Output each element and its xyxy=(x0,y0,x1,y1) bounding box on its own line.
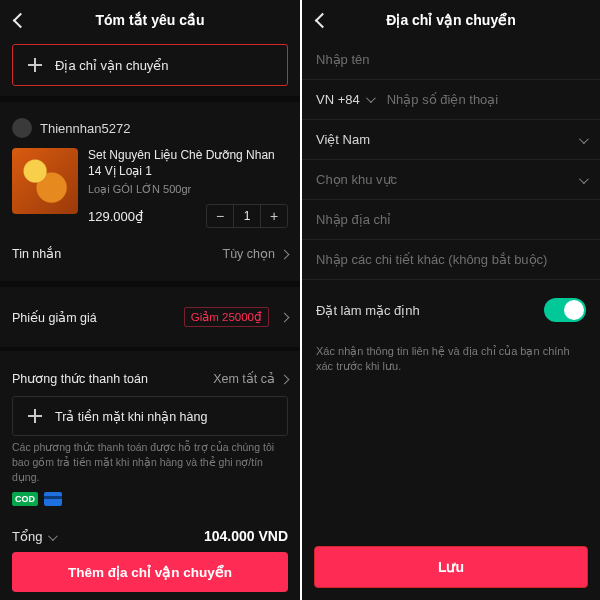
name-field[interactable]: Nhập tên xyxy=(302,40,600,80)
address-field[interactable]: Nhập địa chỉ xyxy=(302,200,600,240)
product-image[interactable] xyxy=(12,148,78,214)
seller-row[interactable]: Thiennhan5272 xyxy=(0,112,300,140)
cod-label: Trả tiền mặt khi nhận hàng xyxy=(55,409,207,424)
voucher-badge: Giảm 25000₫ xyxy=(184,307,269,327)
total-amount: 104.000 VND xyxy=(204,528,288,544)
avatar xyxy=(12,118,32,138)
default-label: Đặt làm mặc định xyxy=(316,303,420,318)
seller-name: Thiennhan5272 xyxy=(40,121,130,136)
detail-field[interactable]: Nhập các chi tiết khác (không bắt buộc) xyxy=(302,240,600,280)
region-field[interactable]: Chọn khu vực xyxy=(302,160,600,200)
detail-placeholder: Nhập các chi tiết khác (không bắt buộc) xyxy=(316,252,547,267)
country-code-picker[interactable]: VN +84 xyxy=(316,92,373,107)
country-field[interactable]: Việt Nam xyxy=(302,120,600,160)
default-toggle-row: Đặt làm mặc định xyxy=(302,280,600,334)
voucher-label: Phiếu giảm giá xyxy=(12,310,97,325)
payment-note: Các phương thức thanh toán được hỗ trợ c… xyxy=(0,436,300,492)
voucher-row[interactable]: Phiếu giảm giá Giảm 25000₫ xyxy=(0,297,300,337)
product-variant: Loại GÓI LỚN 500gr xyxy=(88,183,288,196)
add-address-label: Địa chỉ vận chuyển xyxy=(55,58,169,73)
product-row: Set Nguyên Liệu Chè Dưỡng Nhan 14 Vị Loạ… xyxy=(0,140,300,236)
header: Địa chỉ vận chuyển xyxy=(302,0,600,40)
payment-action: Xem tất cả xyxy=(213,371,288,386)
chevron-down-icon xyxy=(573,172,586,187)
save-button[interactable]: Lưu xyxy=(314,546,588,588)
footer: Tổng 104.000 VND Thêm địa chỉ vận chuyển xyxy=(0,520,300,600)
address-placeholder: Nhập địa chỉ xyxy=(316,212,391,227)
region-placeholder: Chọn khu vực xyxy=(316,172,397,187)
back-icon[interactable] xyxy=(310,8,334,32)
payment-header-row[interactable]: Phương thức thanh toán Xem tất cả xyxy=(0,361,300,396)
country-value: Việt Nam xyxy=(316,132,370,147)
total-label[interactable]: Tổng xyxy=(12,529,55,544)
page-title: Địa chỉ vận chuyển xyxy=(386,12,515,28)
quantity-stepper: − 1 + xyxy=(206,204,288,228)
message-row[interactable]: Tin nhắn Tùy chọn xyxy=(0,236,300,271)
product-name: Set Nguyên Liệu Chè Dưỡng Nhan 14 Vị Loạ… xyxy=(88,148,288,179)
plus-icon xyxy=(27,408,43,424)
screen-shipping-address: Địa chỉ vận chuyển Nhập tên VN +84 Nhập … xyxy=(300,0,600,600)
back-icon[interactable] xyxy=(8,8,32,32)
qty-value: 1 xyxy=(233,205,261,227)
payment-label: Phương thức thanh toán xyxy=(12,371,148,386)
message-action: Tùy chọn xyxy=(223,246,288,261)
header: Tóm tắt yêu cầu xyxy=(0,0,300,40)
name-placeholder: Nhập tên xyxy=(316,52,370,67)
plus-icon xyxy=(27,57,43,73)
qty-plus-button[interactable]: + xyxy=(261,205,287,227)
confirm-note: Xác nhận thông tin liên hệ và địa chỉ củ… xyxy=(302,334,600,385)
cod-badge-icon: COD xyxy=(12,492,38,506)
phone-placeholder: Nhập số điện thoại xyxy=(387,92,499,107)
message-label: Tin nhắn xyxy=(12,246,61,261)
chevron-right-icon xyxy=(275,310,288,324)
footer: Lưu xyxy=(302,536,600,600)
cod-option[interactable]: Trả tiền mặt khi nhận hàng xyxy=(12,396,288,436)
page-title: Tóm tắt yêu cầu xyxy=(95,12,204,28)
add-address-button[interactable]: Thêm địa chỉ vận chuyển xyxy=(12,552,288,592)
screen-order-summary: Tóm tắt yêu cầu Địa chỉ vận chuyển Thien… xyxy=(0,0,300,600)
add-address-card[interactable]: Địa chỉ vận chuyển xyxy=(12,44,288,86)
default-toggle[interactable] xyxy=(544,298,586,322)
chevron-down-icon xyxy=(573,132,586,147)
phone-field[interactable]: VN +84 Nhập số điện thoại xyxy=(302,80,600,120)
qty-minus-button[interactable]: − xyxy=(207,205,233,227)
product-price: 129.000₫ xyxy=(88,209,143,224)
card-badge-icon xyxy=(44,492,62,506)
